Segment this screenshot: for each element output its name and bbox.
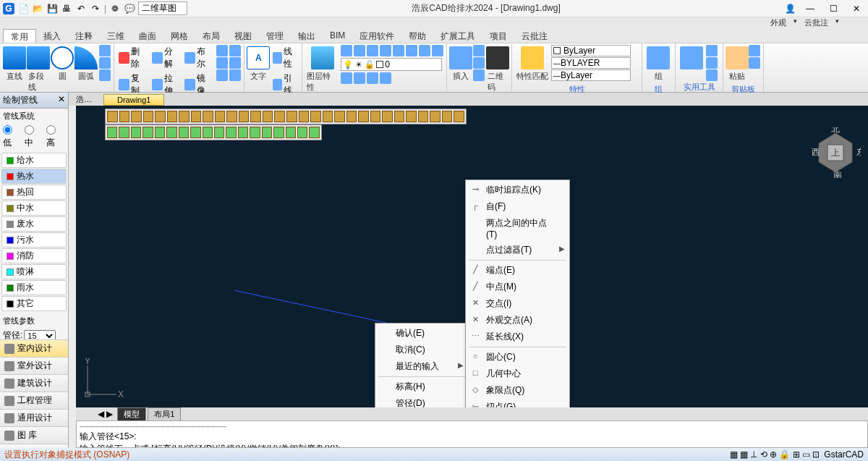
tool-icon[interactable] <box>406 111 417 122</box>
diameter-select[interactable]: 15 <box>24 330 56 340</box>
tool-icon[interactable] <box>214 127 224 138</box>
sn-ext[interactable]: ⋯延长线(X) <box>466 329 569 345</box>
tool-icon[interactable] <box>418 111 429 122</box>
pipe-item[interactable]: 给水 <box>1 153 67 168</box>
floating-toolbar-1[interactable] <box>105 109 467 124</box>
ribbon-tab-6[interactable]: 布局 <box>195 29 227 43</box>
tool-icon[interactable] <box>286 127 296 138</box>
tool-icon[interactable] <box>250 127 260 138</box>
tool-icon[interactable] <box>131 127 141 138</box>
circle-button[interactable]: 圆 <box>51 45 74 83</box>
match-prop-button[interactable]: 特性匹配 <box>515 45 550 83</box>
erase-button[interactable]: 删除 <box>117 45 149 71</box>
m5[interactable] <box>229 57 241 69</box>
draw-more-1[interactable] <box>99 45 111 56</box>
maximize-button[interactable]: ☐ <box>825 1 842 16</box>
lya[interactable] <box>354 72 365 84</box>
ribbon-tab-0[interactable]: 常用 <box>3 29 36 43</box>
ly7[interactable] <box>419 45 430 56</box>
ribbon-tab-2[interactable]: 注释 <box>68 29 100 43</box>
tool-icon[interactable] <box>430 111 441 122</box>
panel-close-icon[interactable]: ✕ <box>58 94 65 106</box>
minimize-button[interactable]: — <box>801 1 819 16</box>
ly2[interactable] <box>354 45 365 56</box>
ly9[interactable] <box>341 72 352 84</box>
pipe-item[interactable]: 热水 <box>1 169 67 184</box>
tool-icon[interactable] <box>238 127 248 138</box>
cm-elev[interactable]: 标高(H) <box>375 378 468 395</box>
tool-icon[interactable] <box>179 127 189 138</box>
ribbon-tab-13[interactable]: 扩展工具 <box>433 29 482 43</box>
nav-item[interactable]: 图 库 <box>0 426 68 444</box>
ly1[interactable] <box>341 45 352 56</box>
draw-more-3[interactable] <box>99 69 111 81</box>
tool-icon[interactable] <box>394 111 405 122</box>
sn-app[interactable]: ✕外观交点(A) <box>466 312 569 329</box>
tool-icon[interactable] <box>190 127 200 138</box>
tool-icon[interactable] <box>107 127 117 138</box>
ut3[interactable] <box>706 69 718 81</box>
draw-more-2[interactable] <box>99 57 111 69</box>
tool-icon[interactable] <box>179 111 190 122</box>
mini-tab[interactable]: 浩… <box>69 93 99 106</box>
lyb[interactable] <box>367 72 378 84</box>
tool-icon[interactable] <box>155 127 165 138</box>
app-icon[interactable]: G <box>3 3 14 14</box>
radio-high[interactable]: 高 <box>46 125 65 149</box>
ribbon-tab-14[interactable]: 项目 <box>482 29 514 43</box>
layout1-tab[interactable]: 布局1 <box>148 407 181 421</box>
m4[interactable] <box>229 45 241 56</box>
ribbon-tab-7[interactable]: 视图 <box>227 29 259 43</box>
workspace-combo[interactable]: 二维草图 <box>138 1 187 15</box>
tool-icon[interactable] <box>155 111 166 122</box>
tool-icon[interactable] <box>239 111 250 122</box>
tool-icon[interactable] <box>263 111 273 122</box>
measure-button[interactable] <box>678 45 705 71</box>
sn-geocen[interactable]: □几何中心 <box>466 365 569 382</box>
chat-icon[interactable]: 💬 <box>124 3 135 14</box>
ly6[interactable] <box>406 45 417 56</box>
sn-mid2[interactable]: 两点之间的中点(T) <box>466 215 569 242</box>
bool-button[interactable]: 布尔 <box>183 45 215 71</box>
viewcube[interactable]: 上北东西南 <box>810 127 861 178</box>
tool-icon[interactable] <box>454 111 464 122</box>
tool-icon[interactable] <box>323 111 333 122</box>
pipe-item[interactable]: 中水 <box>1 200 67 216</box>
tool-icon[interactable] <box>286 111 297 122</box>
print-icon[interactable]: 🖶 <box>61 3 72 14</box>
ribbon-tab-8[interactable]: 管理 <box>259 29 291 43</box>
tool-icon[interactable] <box>370 111 381 122</box>
tool-icon[interactable] <box>226 111 237 122</box>
pipe-item[interactable]: 喷淋 <box>1 264 67 279</box>
tool-icon[interactable] <box>107 111 118 122</box>
tool-icon[interactable] <box>297 127 307 138</box>
layer-props-button[interactable]: 图层特性 <box>305 45 339 94</box>
bk3[interactable] <box>473 69 485 81</box>
bk2[interactable] <box>473 57 485 69</box>
tool-icon[interactable] <box>442 111 453 122</box>
save-icon[interactable]: 💾 <box>46 3 58 14</box>
color-combo[interactable]: ByLayer <box>551 45 631 56</box>
nav-item[interactable]: 室外设计 <box>0 357 68 374</box>
ribbon-tab-3[interactable]: 三维 <box>100 29 132 43</box>
tool-icon[interactable] <box>274 111 285 122</box>
bk1[interactable] <box>473 45 485 56</box>
m2[interactable] <box>216 57 228 69</box>
insert-button[interactable]: 插入 <box>450 45 472 83</box>
ly4[interactable] <box>380 45 391 56</box>
ribbon-tab-10[interactable]: BIM <box>323 29 352 43</box>
user-icon[interactable]: 👤 <box>785 4 796 14</box>
lyc[interactable] <box>380 72 391 84</box>
ribbon-tab-5[interactable]: 网格 <box>163 29 195 43</box>
tool-icon[interactable] <box>346 111 357 122</box>
tool-icon[interactable] <box>273 127 284 138</box>
pipe-item[interactable]: 废水 <box>1 216 67 232</box>
pipe-item[interactable]: 其它 <box>1 296 67 311</box>
m6[interactable] <box>229 69 241 81</box>
sn-cen[interactable]: ○圆心(C) <box>466 349 569 365</box>
polyline-button[interactable]: 多段线 <box>27 45 50 94</box>
radio-low[interactable]: 低 <box>3 125 22 149</box>
tool-icon[interactable] <box>358 111 369 122</box>
ut1[interactable] <box>706 45 718 56</box>
tool-icon[interactable] <box>250 111 261 122</box>
